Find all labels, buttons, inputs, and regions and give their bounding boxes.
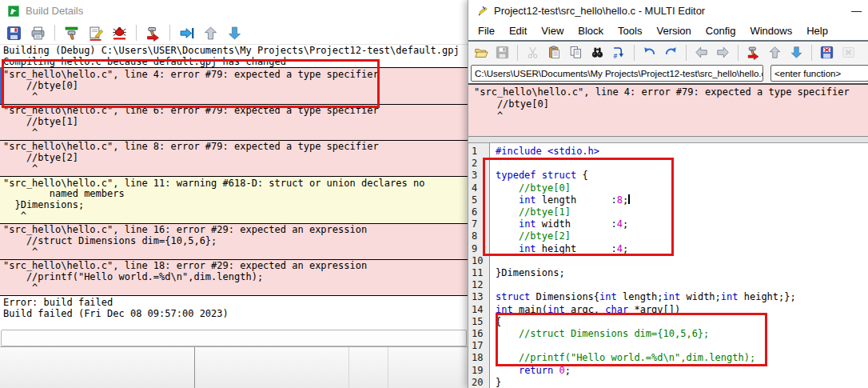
- build-details-titlebar[interactable]: Build Details: [0, 0, 468, 22]
- code-line[interactable]: 6 //btye[1]: [468, 206, 868, 218]
- find-button[interactable]: [588, 43, 607, 62]
- code-line[interactable]: 14int main(int argc, char *argv[]): [468, 304, 868, 316]
- print-button[interactable]: [28, 23, 48, 43]
- error-block[interactable]: "src_hello\hello.c", line 18: error #29:…: [0, 259, 468, 297]
- paste-button[interactable]: [545, 43, 563, 62]
- menu-edit[interactable]: Edit: [502, 23, 534, 38]
- arrow-down-button[interactable]: [787, 43, 806, 62]
- warning-block[interactable]: "src_hello\hello.c", line 11: warning #6…: [0, 176, 468, 224]
- error-block[interactable]: "src_hello\hello.c", line 6: error #79: …: [0, 104, 468, 142]
- code-line[interactable]: 5 int length :8;: [468, 194, 868, 206]
- code-text: [493, 340, 496, 352]
- code-line[interactable]: 8 //btye[2]: [468, 230, 868, 242]
- code-line[interactable]: 1#include <stdio.h>: [468, 146, 868, 158]
- edit-file-button[interactable]: [86, 23, 106, 43]
- code-line[interactable]: 10: [468, 255, 868, 267]
- minimize-button[interactable]: —: [849, 5, 864, 17]
- code-token: height :: [536, 243, 617, 254]
- status-cell: [349, 347, 388, 388]
- save-button[interactable]: [4, 23, 24, 43]
- code-token: //btye[0]: [496, 182, 571, 194]
- undo-icon: [642, 45, 657, 60]
- diagnostic-line: //btye[1]: [0, 117, 468, 128]
- code-line[interactable]: 7 int width :4;: [468, 218, 868, 230]
- code-line[interactable]: 11}Dimensions;: [468, 267, 868, 279]
- code-editor[interactable]: 1#include <stdio.h>23typedef struct {4 /…: [468, 143, 868, 388]
- code-text: [493, 255, 496, 267]
- horizontal-scrollbar[interactable]: [1, 330, 467, 346]
- arrow-down-button[interactable]: [225, 23, 245, 43]
- insert-cursor-button[interactable]: [177, 23, 197, 43]
- error-block[interactable]: "src_hello\hello.c", line 8: error #79: …: [0, 140, 468, 178]
- code-token: int: [496, 304, 513, 315]
- menu-tools[interactable]: Tools: [611, 23, 649, 38]
- menu-help[interactable]: Help: [799, 23, 835, 38]
- code-line[interactable]: 4 //btye[0]: [468, 182, 868, 194]
- arrow-up-icon: [767, 45, 782, 60]
- back-button[interactable]: [692, 43, 711, 62]
- arrow-up-button[interactable]: [201, 23, 221, 43]
- back-icon: [694, 45, 709, 60]
- code-text: int length :8;: [493, 194, 630, 206]
- copy-button[interactable]: [567, 43, 585, 62]
- code-token: ;: [623, 194, 628, 206]
- save-close-button[interactable]: [818, 43, 836, 62]
- code-line[interactable]: 3typedef struct {: [468, 170, 868, 182]
- file-path-combobox[interactable]: C:\Users\USER\Documents\My Projects\Proj…: [471, 65, 763, 82]
- line-number: 16: [468, 328, 493, 340]
- toolbar-separator: [169, 25, 170, 41]
- menu-file[interactable]: File: [471, 23, 502, 38]
- code-token: //btye[1]: [496, 206, 571, 218]
- build-details-window: Build Details Building (Debug) C:\Users\…: [0, 0, 468, 388]
- code-line[interactable]: 15{: [468, 316, 868, 328]
- code-text: #include <stdio.h>: [493, 146, 599, 158]
- selection-bar: [0, 67, 4, 106]
- code-line[interactable]: 19 return 0;: [468, 365, 868, 377]
- arrow-down-icon: [789, 45, 804, 60]
- goto-line-button[interactable]: [610, 43, 628, 62]
- menu-config[interactable]: Config: [699, 23, 743, 38]
- rebuild-button[interactable]: [744, 43, 762, 62]
- code-token: 0: [559, 365, 565, 376]
- code-line[interactable]: 17: [468, 340, 868, 352]
- rebuild-button[interactable]: [143, 23, 163, 43]
- code-text: int main(int argc, char *argv[]): [493, 304, 680, 316]
- build-button[interactable]: [62, 23, 82, 43]
- close-file-icon: [841, 45, 856, 60]
- code-line[interactable]: 9 int height :4;: [468, 243, 868, 255]
- code-token: int: [721, 291, 739, 302]
- error-block[interactable]: "src_hello\hello.c", line 16: error #29:…: [0, 223, 468, 261]
- arrow-up-button[interactable]: [766, 43, 784, 62]
- print-icon: [30, 25, 46, 42]
- banner-divider: [468, 137, 868, 143]
- code-line[interactable]: 13struct Dimensions{int length;int width…: [468, 291, 868, 303]
- close-file-button: [839, 43, 858, 62]
- code-line[interactable]: 20}: [468, 377, 868, 388]
- menu-windows[interactable]: Windows: [743, 23, 799, 38]
- code-line[interactable]: 18 //printf("Hello world.=%d\n",dim.leng…: [468, 352, 868, 364]
- code-token: height;};: [739, 291, 796, 302]
- editor-title: Project12-test\src_hello\hello.c - MULTI…: [494, 5, 705, 17]
- error-block[interactable]: "src_hello\hello.c", line 4: error #79: …: [0, 67, 468, 105]
- code-token: *argv[]): [628, 304, 680, 315]
- menu-version[interactable]: Version: [649, 23, 698, 38]
- code-token: main(: [513, 304, 547, 315]
- forward-button[interactable]: [714, 43, 732, 62]
- line-number: 1: [468, 146, 493, 158]
- screen: Build Details Building (Debug) C:\Users\…: [0, 0, 868, 388]
- status-cell: [195, 347, 349, 388]
- menu-block[interactable]: Block: [571, 23, 611, 38]
- banner-line: ^: [472, 110, 868, 122]
- editor-titlebar[interactable]: Project12-test\src_hello\hello.c - MULTI…: [468, 0, 868, 22]
- open-file-button[interactable]: [472, 43, 490, 62]
- debug-button[interactable]: [109, 23, 129, 43]
- redo-button[interactable]: [662, 43, 680, 62]
- code-line[interactable]: 16 //struct Dimensions dim={10,5,6};: [468, 328, 868, 340]
- code-line[interactable]: 12: [468, 279, 868, 291]
- line-number: 11: [468, 267, 493, 279]
- function-combobox[interactable]: <enter function>: [770, 65, 868, 82]
- menu-view[interactable]: View: [534, 23, 571, 38]
- code-line[interactable]: 2: [468, 158, 868, 170]
- undo-button[interactable]: [640, 43, 659, 62]
- code-text: int height :4;: [493, 243, 628, 255]
